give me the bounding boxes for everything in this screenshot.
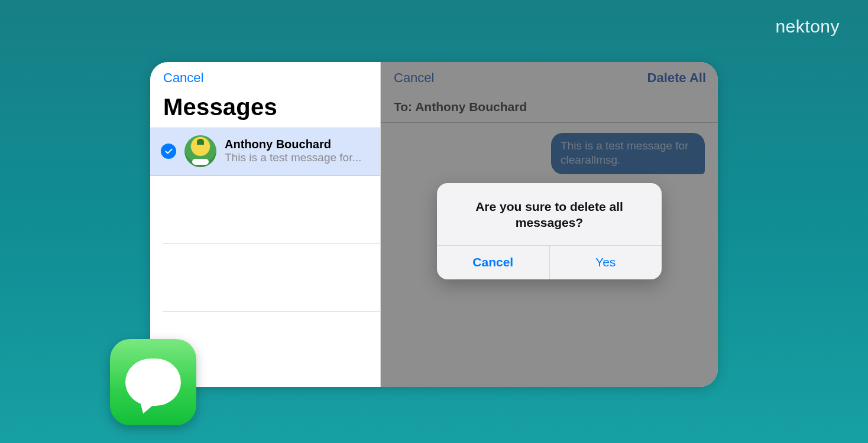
dialog-actions: Cancel Yes xyxy=(437,246,662,279)
dialog-message: Are you sure to delete all messages? xyxy=(437,183,662,246)
left-header: Cancel xyxy=(150,62,380,90)
messages-app-icon xyxy=(110,339,196,425)
brand-logo: nektony xyxy=(775,17,840,37)
dialog-cancel-button[interactable]: Cancel xyxy=(437,246,549,279)
selected-check-icon[interactable] xyxy=(161,144,176,159)
speech-bubble-icon xyxy=(125,359,181,406)
list-item xyxy=(163,244,380,312)
avatar xyxy=(184,135,216,167)
dialog-yes-button[interactable]: Yes xyxy=(549,246,662,279)
cancel-button[interactable]: Cancel xyxy=(163,70,203,85)
conversation-name: Anthony Bouchard xyxy=(225,138,371,151)
conversation-preview: This is a test message for... xyxy=(225,151,371,165)
conversation-row[interactable]: Anthony Bouchard This is a test message … xyxy=(150,128,380,176)
conversation-detail-pane: Cancel Dalete All To: Anthony Bouchard T… xyxy=(381,62,718,387)
conversation-list-pane: Cancel Messages Anthony Bouchard This is… xyxy=(150,62,381,387)
page-title: Messages xyxy=(150,90,380,128)
messages-window: Cancel Messages Anthony Bouchard This is… xyxy=(150,62,718,387)
conversation-text: Anthony Bouchard This is a test message … xyxy=(225,138,371,165)
list-item xyxy=(163,176,380,244)
confirm-dialog: Are you sure to delete all messages? Can… xyxy=(437,183,662,279)
